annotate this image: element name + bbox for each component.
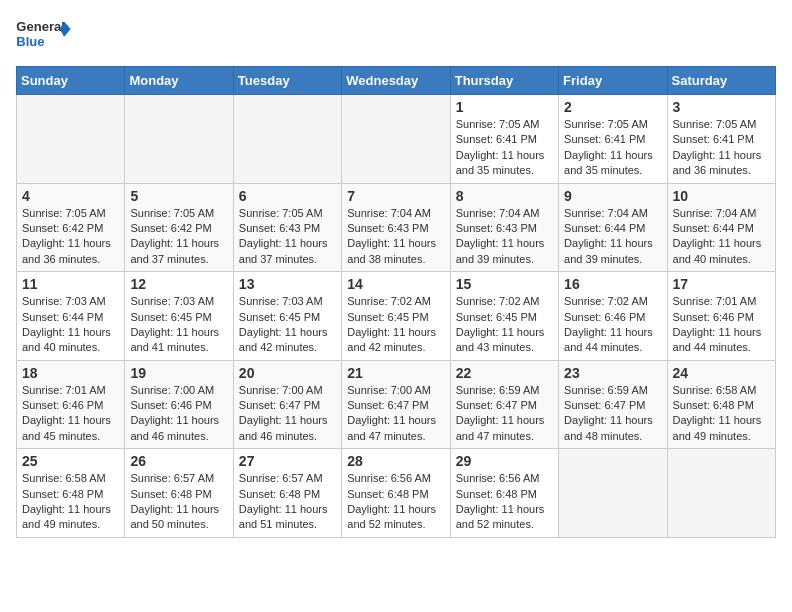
day-number: 6 [239,188,336,204]
weekday-header: Tuesday [233,67,341,95]
day-number: 21 [347,365,444,381]
calendar-cell: 28Sunrise: 6:56 AM Sunset: 6:48 PM Dayli… [342,449,450,538]
day-number: 15 [456,276,553,292]
day-number: 9 [564,188,661,204]
logo-icon: General Blue [16,16,71,54]
calendar-cell: 15Sunrise: 7:02 AM Sunset: 6:45 PM Dayli… [450,272,558,361]
day-number: 13 [239,276,336,292]
calendar-cell: 12Sunrise: 7:03 AM Sunset: 6:45 PM Dayli… [125,272,233,361]
day-info: Sunrise: 6:56 AM Sunset: 6:48 PM Dayligh… [456,471,553,533]
day-info: Sunrise: 7:05 AM Sunset: 6:42 PM Dayligh… [22,206,119,268]
day-number: 22 [456,365,553,381]
day-info: Sunrise: 7:04 AM Sunset: 6:43 PM Dayligh… [347,206,444,268]
calendar-cell: 14Sunrise: 7:02 AM Sunset: 6:45 PM Dayli… [342,272,450,361]
weekday-header: Friday [559,67,667,95]
day-info: Sunrise: 6:57 AM Sunset: 6:48 PM Dayligh… [130,471,227,533]
day-info: Sunrise: 6:58 AM Sunset: 6:48 PM Dayligh… [22,471,119,533]
calendar-cell: 25Sunrise: 6:58 AM Sunset: 6:48 PM Dayli… [17,449,125,538]
day-info: Sunrise: 7:05 AM Sunset: 6:41 PM Dayligh… [673,117,770,179]
day-info: Sunrise: 6:59 AM Sunset: 6:47 PM Dayligh… [456,383,553,445]
weekday-header: Saturday [667,67,775,95]
day-number: 25 [22,453,119,469]
day-info: Sunrise: 6:56 AM Sunset: 6:48 PM Dayligh… [347,471,444,533]
day-number: 1 [456,99,553,115]
calendar-cell: 22Sunrise: 6:59 AM Sunset: 6:47 PM Dayli… [450,360,558,449]
svg-text:General: General [16,19,64,34]
day-info: Sunrise: 7:05 AM Sunset: 6:41 PM Dayligh… [564,117,661,179]
day-info: Sunrise: 7:02 AM Sunset: 6:45 PM Dayligh… [456,294,553,356]
day-info: Sunrise: 7:03 AM Sunset: 6:45 PM Dayligh… [239,294,336,356]
calendar-cell: 2Sunrise: 7:05 AM Sunset: 6:41 PM Daylig… [559,95,667,184]
day-number: 3 [673,99,770,115]
calendar-cell: 20Sunrise: 7:00 AM Sunset: 6:47 PM Dayli… [233,360,341,449]
calendar-cell [667,449,775,538]
day-info: Sunrise: 7:01 AM Sunset: 6:46 PM Dayligh… [22,383,119,445]
day-number: 7 [347,188,444,204]
day-info: Sunrise: 7:00 AM Sunset: 6:47 PM Dayligh… [347,383,444,445]
day-info: Sunrise: 7:04 AM Sunset: 6:44 PM Dayligh… [564,206,661,268]
weekday-header: Monday [125,67,233,95]
calendar-cell [17,95,125,184]
calendar-cell: 16Sunrise: 7:02 AM Sunset: 6:46 PM Dayli… [559,272,667,361]
day-info: Sunrise: 7:04 AM Sunset: 6:43 PM Dayligh… [456,206,553,268]
day-number: 10 [673,188,770,204]
day-info: Sunrise: 7:00 AM Sunset: 6:46 PM Dayligh… [130,383,227,445]
day-info: Sunrise: 7:05 AM Sunset: 6:42 PM Dayligh… [130,206,227,268]
day-number: 16 [564,276,661,292]
calendar-cell: 4Sunrise: 7:05 AM Sunset: 6:42 PM Daylig… [17,183,125,272]
calendar-cell: 13Sunrise: 7:03 AM Sunset: 6:45 PM Dayli… [233,272,341,361]
day-number: 26 [130,453,227,469]
day-number: 14 [347,276,444,292]
calendar-cell [233,95,341,184]
day-number: 8 [456,188,553,204]
day-number: 18 [22,365,119,381]
day-info: Sunrise: 7:01 AM Sunset: 6:46 PM Dayligh… [673,294,770,356]
calendar-week-row: 1Sunrise: 7:05 AM Sunset: 6:41 PM Daylig… [17,95,776,184]
day-number: 28 [347,453,444,469]
calendar-cell: 11Sunrise: 7:03 AM Sunset: 6:44 PM Dayli… [17,272,125,361]
calendar-cell: 6Sunrise: 7:05 AM Sunset: 6:43 PM Daylig… [233,183,341,272]
day-number: 27 [239,453,336,469]
calendar-cell: 21Sunrise: 7:00 AM Sunset: 6:47 PM Dayli… [342,360,450,449]
calendar-cell: 17Sunrise: 7:01 AM Sunset: 6:46 PM Dayli… [667,272,775,361]
day-number: 11 [22,276,119,292]
calendar-cell: 24Sunrise: 6:58 AM Sunset: 6:48 PM Dayli… [667,360,775,449]
calendar-cell: 27Sunrise: 6:57 AM Sunset: 6:48 PM Dayli… [233,449,341,538]
day-info: Sunrise: 7:02 AM Sunset: 6:46 PM Dayligh… [564,294,661,356]
day-info: Sunrise: 7:00 AM Sunset: 6:47 PM Dayligh… [239,383,336,445]
weekday-header: Thursday [450,67,558,95]
calendar-cell: 18Sunrise: 7:01 AM Sunset: 6:46 PM Dayli… [17,360,125,449]
calendar-cell: 23Sunrise: 6:59 AM Sunset: 6:47 PM Dayli… [559,360,667,449]
weekday-header: Sunday [17,67,125,95]
calendar-cell: 5Sunrise: 7:05 AM Sunset: 6:42 PM Daylig… [125,183,233,272]
day-info: Sunrise: 7:02 AM Sunset: 6:45 PM Dayligh… [347,294,444,356]
calendar-cell [125,95,233,184]
calendar-cell: 7Sunrise: 7:04 AM Sunset: 6:43 PM Daylig… [342,183,450,272]
day-info: Sunrise: 7:05 AM Sunset: 6:41 PM Dayligh… [456,117,553,179]
day-info: Sunrise: 6:59 AM Sunset: 6:47 PM Dayligh… [564,383,661,445]
day-number: 4 [22,188,119,204]
day-number: 2 [564,99,661,115]
calendar-cell: 10Sunrise: 7:04 AM Sunset: 6:44 PM Dayli… [667,183,775,272]
page-header: General Blue [16,16,776,54]
calendar-cell: 26Sunrise: 6:57 AM Sunset: 6:48 PM Dayli… [125,449,233,538]
calendar-week-row: 4Sunrise: 7:05 AM Sunset: 6:42 PM Daylig… [17,183,776,272]
day-info: Sunrise: 7:03 AM Sunset: 6:45 PM Dayligh… [130,294,227,356]
logo: General Blue [16,16,71,54]
calendar-cell [559,449,667,538]
day-info: Sunrise: 6:57 AM Sunset: 6:48 PM Dayligh… [239,471,336,533]
calendar-cell: 3Sunrise: 7:05 AM Sunset: 6:41 PM Daylig… [667,95,775,184]
calendar-cell: 9Sunrise: 7:04 AM Sunset: 6:44 PM Daylig… [559,183,667,272]
calendar-cell [342,95,450,184]
calendar-cell: 8Sunrise: 7:04 AM Sunset: 6:43 PM Daylig… [450,183,558,272]
calendar-cell: 1Sunrise: 7:05 AM Sunset: 6:41 PM Daylig… [450,95,558,184]
day-info: Sunrise: 7:05 AM Sunset: 6:43 PM Dayligh… [239,206,336,268]
calendar-week-row: 11Sunrise: 7:03 AM Sunset: 6:44 PM Dayli… [17,272,776,361]
day-number: 20 [239,365,336,381]
day-info: Sunrise: 7:03 AM Sunset: 6:44 PM Dayligh… [22,294,119,356]
day-info: Sunrise: 6:58 AM Sunset: 6:48 PM Dayligh… [673,383,770,445]
calendar-week-row: 18Sunrise: 7:01 AM Sunset: 6:46 PM Dayli… [17,360,776,449]
day-info: Sunrise: 7:04 AM Sunset: 6:44 PM Dayligh… [673,206,770,268]
day-number: 5 [130,188,227,204]
svg-text:Blue: Blue [16,34,44,49]
